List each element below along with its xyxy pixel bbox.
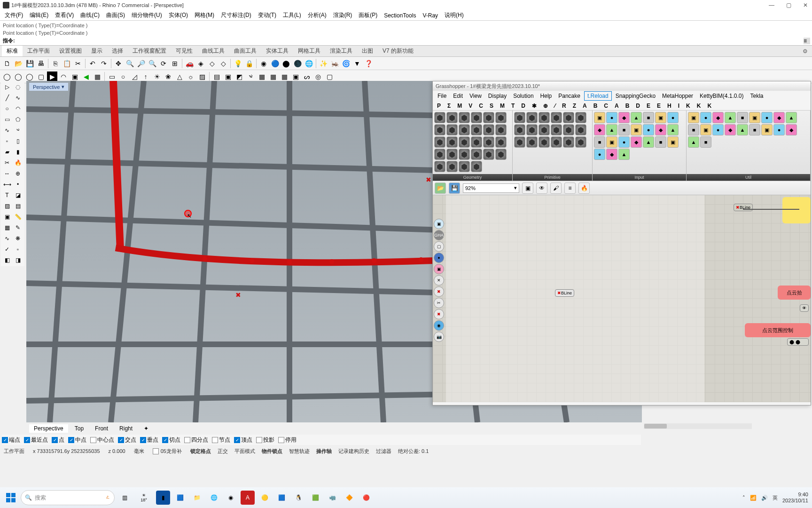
join-icon[interactable]: ⊕ [13,168,23,179]
wind-icon[interactable]: ༄ [245,71,256,82]
tool3-icon[interactable]: ◨ [13,255,23,265]
close-button[interactable]: ✕ [802,1,809,9]
grid2-icon[interactable]: ▦ [268,71,278,82]
gh-component-icon[interactable]: ⬢ [483,136,494,148]
text-icon[interactable]: T [2,190,12,200]
gh-component-icon[interactable]: ⬢ [563,136,574,148]
gh-ribbon-tab[interactable]: B [622,102,633,110]
checkbox-icon[interactable]: ✓ [118,437,124,443]
checkbox-icon[interactable]: ✓ [68,437,74,443]
gh-component-icon[interactable]: ⬢ [551,136,562,148]
checkbox-icon[interactable] [278,437,284,443]
star-icon[interactable]: ✨ [318,58,328,69]
gh-ribbon-tab[interactable]: K [683,102,694,110]
gh-component-icon[interactable]: ● [700,112,711,123]
cube-icon[interactable]: ▦ [92,71,102,82]
gh-component-icon[interactable]: ▣ [667,136,679,148]
curve-icon[interactable]: ∿ [2,125,12,135]
taskbar-app-icon[interactable]: ▮ [156,491,170,505]
gh-ribbon-tab[interactable]: ✱ [529,102,540,110]
gh-group-red[interactable]: 点云范围控制 [745,323,811,337]
gh-component-icon[interactable]: ◆ [712,112,724,123]
gh-component-icon[interactable]: ▲ [643,136,654,148]
scrollbar-thumb[interactable] [644,424,667,429]
gh-component-icon[interactable]: ▲ [606,124,617,135]
view-tab[interactable]: Top [70,424,88,433]
gh-node-eye[interactable]: 👁 [800,304,809,312]
gh-ribbon-tab[interactable]: Z [570,102,579,110]
rhino-tab[interactable]: 工作平面 [23,46,55,56]
gh-component-icon[interactable]: ▲ [737,124,748,135]
gh-component-icon[interactable]: ⬢ [539,112,550,123]
checkbox-icon[interactable]: ✓ [162,437,168,443]
gh-component-icon[interactable]: ▲ [786,112,797,123]
gh-component-icon[interactable]: ▣ [761,124,773,135]
gh-menu-item[interactable]: Help [538,92,555,100]
gh-menu-item[interactable]: Display [485,92,509,100]
chrome-icon[interactable]: ◉ [224,491,238,505]
rect-icon[interactable]: ▭ [2,114,12,125]
gh-component-icon[interactable]: ▣ [700,124,711,135]
gh-component-icon[interactable]: ⬢ [483,149,494,160]
weather-widget[interactable]: ☀18° [134,491,153,505]
edge-icon[interactable]: 🟦 [173,491,187,505]
gh-component-icon[interactable]: ⬢ [551,124,562,135]
globe-icon[interactable]: 🌐 [304,58,314,69]
gh-ribbon-tab[interactable]: K [704,102,715,110]
gh-node[interactable]: ✖ BLine [555,289,574,297]
osnap-item[interactable]: ✓垂点 [140,436,158,444]
checkbox-icon[interactable]: ✓ [2,437,8,443]
gh-menu-item[interactable]: File [435,92,449,100]
checkbox-icon[interactable] [184,437,190,443]
gh-ribbon-tab[interactable]: A [611,102,622,110]
view-tab[interactable]: ✦ [139,424,153,433]
help-icon[interactable]: ❓ [363,58,374,69]
trim-icon[interactable]: ✂ [2,158,12,168]
zoom-icon[interactable]: 🔍 [125,58,135,69]
gh-component-icon[interactable]: ⬢ [495,136,507,148]
square-icon[interactable]: ▢ [324,71,335,82]
status-toggle[interactable]: 智慧轨迹 [289,448,310,455]
rotate-view-icon[interactable]: ⟳ [158,58,169,69]
rhino-tab[interactable]: 曲面工具 [229,46,261,56]
gh-component-icon[interactable]: ⬢ [539,124,550,135]
gh-ribbon-tab[interactable]: C [476,102,486,110]
gh-side-box-icon[interactable]: ▢ [434,241,444,252]
angle-icon[interactable]: ◿ [129,71,140,82]
render-sphere-icon[interactable]: 🌑 [292,58,303,69]
properties-icon[interactable]: ⬤ [281,58,291,69]
task-view-icon[interactable]: ▥ [117,491,132,505]
gh-group-red[interactable]: 点云拾 [778,286,811,300]
gh-component-icon[interactable]: ⬢ [459,136,470,148]
status-layer[interactable]: 05龙骨补 [153,448,182,455]
layers-icon[interactable]: ◉ [258,58,269,69]
gh-menu-item[interactable]: KettyBIM(4.1.0.0) [697,92,746,100]
gh-component-icon[interactable]: ⬢ [459,112,470,123]
lightbulb-icon[interactable]: 💡 [233,58,243,69]
gh-component-icon[interactable]: ⬢ [471,149,482,160]
move-icon[interactable]: ↔ [2,168,12,179]
gh-component-icon[interactable]: ◆ [773,112,785,123]
rhino-menu-item[interactable]: 分析(A) [305,10,329,20]
gh-ribbon-tab[interactable]: S [486,102,497,110]
hatch2-icon[interactable]: ▨ [2,201,12,211]
gh-component-icon[interactable]: ⬢ [446,112,458,123]
print-icon[interactable]: 🖶 [36,58,46,69]
zoom-select-icon[interactable]: 🔍 [147,58,157,69]
green-arrow-icon[interactable]: ◀ [81,71,91,82]
ruler-icon[interactable]: 📏 [13,212,23,222]
notes-icon[interactable]: ▤ [13,201,23,211]
gh-component-icon[interactable]: ● [667,112,679,123]
gh-ribbon-tab[interactable]: E [643,102,654,110]
tray-network-icon[interactable]: 📶 [750,495,757,501]
polyline-icon[interactable]: ∿ [13,93,23,103]
tri-icon[interactable]: △ [174,71,185,82]
gh-component-icon[interactable]: ⬢ [575,124,586,135]
gh-component-icon[interactable]: ⬢ [495,149,507,160]
osnap-item[interactable]: ✓顶点 [234,436,252,444]
check-icon[interactable]: ✓ [2,244,12,254]
gh-component-icon[interactable]: ■ [688,124,699,135]
undo-icon[interactable]: ↶ [87,58,98,69]
circle-icon[interactable]: ○ [2,103,12,114]
status-toggle[interactable]: 过滤器 [376,448,391,455]
